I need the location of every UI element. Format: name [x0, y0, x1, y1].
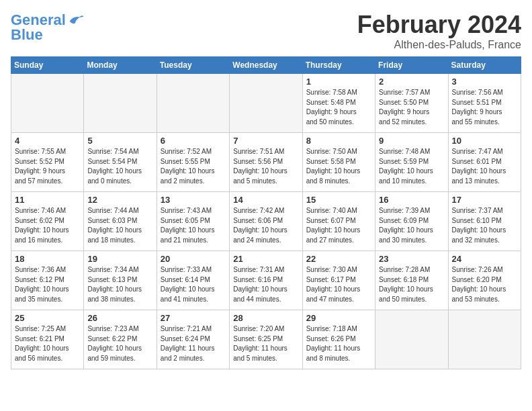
calendar-cell: 6Sunrise: 7:52 AMSunset: 5:55 PMDaylight… — [157, 133, 229, 192]
calendar-cell: 27Sunrise: 7:21 AMSunset: 6:24 PMDayligh… — [157, 310, 229, 369]
calendar-cell: 8Sunrise: 7:50 AMSunset: 5:58 PMDaylight… — [302, 133, 375, 192]
calendar-cell: 29Sunrise: 7:18 AMSunset: 6:26 PMDayligh… — [302, 310, 375, 369]
day-number: 19 — [87, 254, 152, 264]
day-info: Sunrise: 7:47 AMSunset: 6:01 PMDaylight:… — [452, 147, 517, 186]
title-block: February 2024 Althen-des-Paluds, France — [357, 11, 521, 51]
calendar-week-row: 18Sunrise: 7:36 AMSunset: 6:12 PMDayligh… — [11, 251, 521, 310]
calendar-cell: 10Sunrise: 7:47 AMSunset: 6:01 PMDayligh… — [448, 133, 521, 192]
day-number: 5 — [87, 136, 152, 146]
day-info: Sunrise: 7:23 AMSunset: 6:22 PMDaylight:… — [87, 324, 152, 363]
calendar-cell — [157, 74, 229, 133]
calendar-cell: 12Sunrise: 7:44 AMSunset: 6:03 PMDayligh… — [84, 192, 157, 251]
day-info: Sunrise: 7:40 AMSunset: 6:07 PMDaylight:… — [306, 206, 371, 245]
day-info: Sunrise: 7:18 AMSunset: 6:26 PMDaylight:… — [306, 324, 371, 363]
day-number: 22 — [306, 254, 371, 264]
calendar-cell: 1Sunrise: 7:58 AMSunset: 5:48 PMDaylight… — [302, 74, 375, 133]
day-info: Sunrise: 7:42 AMSunset: 6:06 PMDaylight:… — [233, 206, 298, 245]
day-number: 23 — [379, 254, 444, 264]
day-info: Sunrise: 7:26 AMSunset: 6:20 PMDaylight:… — [452, 265, 517, 304]
calendar-cell: 24Sunrise: 7:26 AMSunset: 6:20 PMDayligh… — [448, 251, 521, 310]
day-info: Sunrise: 7:54 AMSunset: 5:54 PMDaylight:… — [87, 147, 152, 186]
calendar-cell: 13Sunrise: 7:43 AMSunset: 6:05 PMDayligh… — [157, 192, 229, 251]
calendar-week-row: 25Sunrise: 7:25 AMSunset: 6:21 PMDayligh… — [11, 310, 521, 369]
day-info: Sunrise: 7:34 AMSunset: 6:13 PMDaylight:… — [87, 265, 152, 304]
day-number: 10 — [452, 136, 517, 146]
calendar-cell: 25Sunrise: 7:25 AMSunset: 6:21 PMDayligh… — [11, 310, 84, 369]
calendar-cell: 22Sunrise: 7:30 AMSunset: 6:17 PMDayligh… — [302, 251, 375, 310]
day-info: Sunrise: 7:55 AMSunset: 5:52 PMDaylight:… — [15, 147, 80, 186]
day-info: Sunrise: 7:52 AMSunset: 5:55 PMDaylight:… — [161, 147, 226, 186]
calendar-header-saturday: Saturday — [448, 57, 521, 74]
day-number: 21 — [233, 254, 298, 264]
page-header: General Blue February 2024 Althen-des-Pa… — [11, 11, 521, 51]
day-number: 6 — [161, 136, 226, 146]
day-number: 15 — [306, 195, 371, 205]
day-number: 3 — [452, 77, 517, 87]
calendar-cell: 3Sunrise: 7:56 AMSunset: 5:51 PMDaylight… — [448, 74, 521, 133]
calendar-cell: 19Sunrise: 7:34 AMSunset: 6:13 PMDayligh… — [84, 251, 157, 310]
day-info: Sunrise: 7:33 AMSunset: 6:14 PMDaylight:… — [161, 265, 226, 304]
day-info: Sunrise: 7:43 AMSunset: 6:05 PMDaylight:… — [161, 206, 226, 245]
calendar-cell: 16Sunrise: 7:39 AMSunset: 6:09 PMDayligh… — [375, 192, 448, 251]
calendar-week-row: 1Sunrise: 7:58 AMSunset: 5:48 PMDaylight… — [11, 74, 521, 133]
day-info: Sunrise: 7:20 AMSunset: 6:25 PMDaylight:… — [233, 324, 298, 363]
day-number: 17 — [452, 195, 517, 205]
day-number: 20 — [161, 254, 226, 264]
calendar-header-wednesday: Wednesday — [230, 57, 302, 74]
calendar-cell: 7Sunrise: 7:51 AMSunset: 5:56 PMDaylight… — [230, 133, 302, 192]
calendar-cell: 26Sunrise: 7:23 AMSunset: 6:22 PMDayligh… — [84, 310, 157, 369]
day-number: 28 — [233, 313, 298, 323]
calendar-header-sunday: Sunday — [11, 57, 84, 74]
calendar-cell: 5Sunrise: 7:54 AMSunset: 5:54 PMDaylight… — [84, 133, 157, 192]
day-number: 2 — [379, 77, 444, 87]
day-number: 8 — [306, 136, 371, 146]
day-number: 26 — [87, 313, 152, 323]
month-title: February 2024 — [357, 11, 521, 39]
logo: General Blue — [11, 11, 85, 43]
calendar-cell: 11Sunrise: 7:46 AMSunset: 6:02 PMDayligh… — [11, 192, 84, 251]
day-number: 24 — [452, 254, 517, 264]
day-info: Sunrise: 7:28 AMSunset: 6:18 PMDaylight:… — [379, 265, 444, 304]
calendar-cell — [448, 310, 521, 369]
day-number: 29 — [306, 313, 371, 323]
day-info: Sunrise: 7:51 AMSunset: 5:56 PMDaylight:… — [233, 147, 298, 186]
calendar-table: SundayMondayTuesdayWednesdayThursdayFrid… — [11, 56, 521, 369]
day-number: 11 — [15, 195, 80, 205]
calendar-header-monday: Monday — [84, 57, 157, 74]
day-info: Sunrise: 7:36 AMSunset: 6:12 PMDaylight:… — [15, 265, 80, 304]
calendar-cell: 2Sunrise: 7:57 AMSunset: 5:50 PMDaylight… — [375, 74, 448, 133]
day-info: Sunrise: 7:25 AMSunset: 6:21 PMDaylight:… — [15, 324, 80, 363]
day-info: Sunrise: 7:31 AMSunset: 6:16 PMDaylight:… — [233, 265, 298, 304]
day-info: Sunrise: 7:48 AMSunset: 5:59 PMDaylight:… — [379, 147, 444, 186]
day-info: Sunrise: 7:44 AMSunset: 6:03 PMDaylight:… — [87, 206, 152, 245]
day-info: Sunrise: 7:57 AMSunset: 5:50 PMDaylight:… — [379, 88, 444, 127]
calendar-cell — [230, 74, 302, 133]
day-number: 12 — [87, 195, 152, 205]
calendar-header-thursday: Thursday — [302, 57, 375, 74]
logo-bird-icon — [66, 11, 85, 30]
calendar-cell: 21Sunrise: 7:31 AMSunset: 6:16 PMDayligh… — [230, 251, 302, 310]
calendar-cell: 20Sunrise: 7:33 AMSunset: 6:14 PMDayligh… — [157, 251, 229, 310]
day-number: 4 — [15, 136, 80, 146]
calendar-cell: 14Sunrise: 7:42 AMSunset: 6:06 PMDayligh… — [230, 192, 302, 251]
day-number: 18 — [15, 254, 80, 264]
day-info: Sunrise: 7:50 AMSunset: 5:58 PMDaylight:… — [306, 147, 371, 186]
calendar-cell — [375, 310, 448, 369]
calendar-cell: 4Sunrise: 7:55 AMSunset: 5:52 PMDaylight… — [11, 133, 84, 192]
day-info: Sunrise: 7:30 AMSunset: 6:17 PMDaylight:… — [306, 265, 371, 304]
calendar-cell: 23Sunrise: 7:28 AMSunset: 6:18 PMDayligh… — [375, 251, 448, 310]
calendar-cell — [84, 74, 157, 133]
logo-blue-text: Blue — [11, 27, 43, 43]
day-info: Sunrise: 7:46 AMSunset: 6:02 PMDaylight:… — [15, 206, 80, 245]
calendar-header-row: SundayMondayTuesdayWednesdayThursdayFrid… — [11, 57, 521, 74]
day-number: 9 — [379, 136, 444, 146]
calendar-header-tuesday: Tuesday — [157, 57, 229, 74]
day-number: 25 — [15, 313, 80, 323]
day-number: 16 — [379, 195, 444, 205]
calendar-cell: 9Sunrise: 7:48 AMSunset: 5:59 PMDaylight… — [375, 133, 448, 192]
day-info: Sunrise: 7:58 AMSunset: 5:48 PMDaylight:… — [306, 88, 371, 127]
day-info: Sunrise: 7:37 AMSunset: 6:10 PMDaylight:… — [452, 206, 517, 245]
day-info: Sunrise: 7:56 AMSunset: 5:51 PMDaylight:… — [452, 88, 517, 127]
calendar-cell: 15Sunrise: 7:40 AMSunset: 6:07 PMDayligh… — [302, 192, 375, 251]
day-number: 14 — [233, 195, 298, 205]
